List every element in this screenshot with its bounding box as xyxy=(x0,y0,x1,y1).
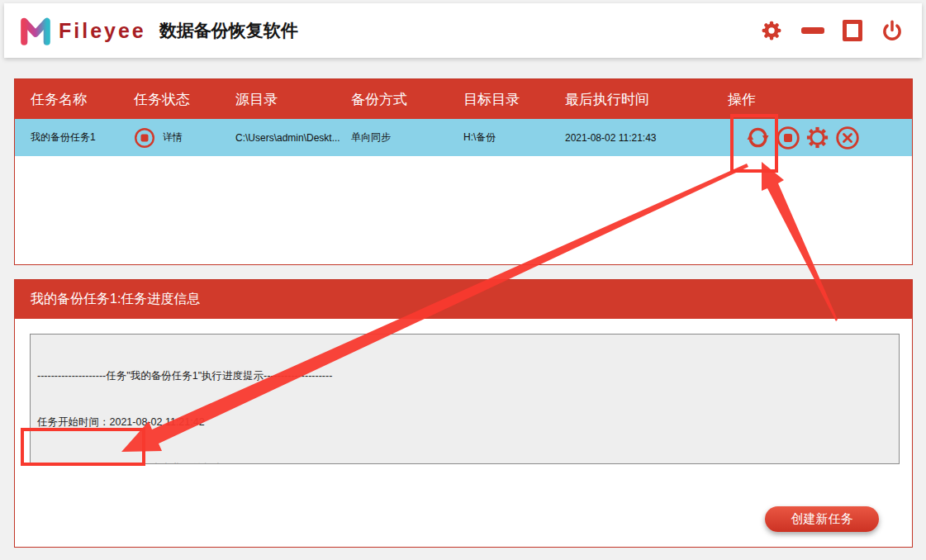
fileyee-logo-icon xyxy=(19,14,52,47)
source-dir-cell: C:\Users\admin\Deskt... xyxy=(235,132,351,144)
app-title: 数据备份恢复软件 xyxy=(159,19,298,42)
sync-icon[interactable] xyxy=(745,125,771,150)
detail-link[interactable]: 详情 xyxy=(163,131,183,145)
col-header-source-dir: 源目录 xyxy=(235,90,351,109)
backup-method-cell: 单向同步 xyxy=(351,131,463,145)
stop-icon[interactable] xyxy=(775,125,800,150)
operations-cell xyxy=(728,125,912,150)
col-header-task-status: 任务状态 xyxy=(134,90,235,109)
progress-log: --------------------任务"我的备份任务1"执行进度提示---… xyxy=(30,334,900,464)
last-run-time-cell: 2021-08-02 11:21:43 xyxy=(565,132,728,144)
table-row[interactable]: 我的备份任务1 详情 C:\Users\admin\Deskt... 单向同步 … xyxy=(15,119,912,156)
col-header-task-name: 任务名称 xyxy=(31,90,134,109)
maximize-icon[interactable] xyxy=(843,20,862,41)
table-header-row: 任务名称 任务状态 源目录 备份方式 目标目录 最后执行时间 操作 xyxy=(15,79,912,119)
create-new-task-button[interactable]: 创建新任务 xyxy=(765,506,879,532)
title-bar: Fileyee 数据备份恢复软件 xyxy=(4,3,922,58)
close-circle-icon[interactable] xyxy=(834,125,860,150)
col-header-operations: 操作 xyxy=(728,90,912,109)
task-name-cell: 我的备份任务1 xyxy=(31,131,134,145)
col-header-last-run-time: 最后执行时间 xyxy=(565,90,728,109)
log-line: 任务开始时间：2021-08-02 11:21:42 xyxy=(37,415,892,430)
gear-icon[interactable] xyxy=(805,125,830,150)
window-controls xyxy=(760,3,904,58)
target-dir-cell: H:\备份 xyxy=(463,131,565,145)
gear-icon[interactable] xyxy=(760,19,783,42)
log-line: --------------------任务"我的备份任务1"执行进度提示---… xyxy=(37,368,892,384)
col-header-target-dir: 目标目录 xyxy=(463,90,565,109)
task-table-panel: 任务名称 任务状态 源目录 备份方式 目标目录 最后执行时间 操作 我的备份任务… xyxy=(14,78,913,265)
progress-panel: 我的备份任务1:任务进度信息 --------------------任务"我的… xyxy=(14,279,913,548)
stop-icon xyxy=(134,127,155,149)
col-header-backup-method: 备份方式 xyxy=(351,90,463,109)
brand-name: Fileyee xyxy=(59,19,146,43)
log-line: 目录变化信息：源目录发生变化项总数为3 xyxy=(37,461,892,464)
power-icon[interactable] xyxy=(881,19,904,42)
progress-panel-title: 我的备份任务1:任务进度信息 xyxy=(15,280,912,319)
minimize-icon[interactable] xyxy=(801,27,824,34)
task-status-cell: 详情 xyxy=(134,127,235,149)
